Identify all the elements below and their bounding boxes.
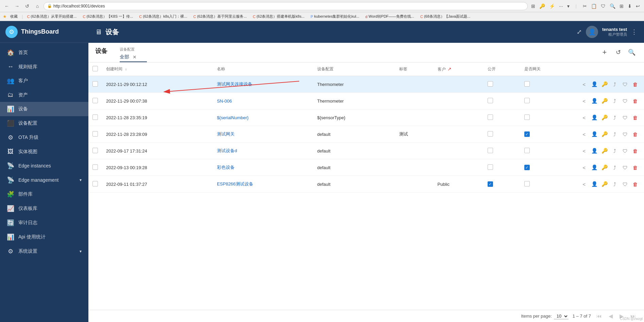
shield-icon[interactable]: 🛡 bbox=[599, 3, 607, 9]
select-all-checkbox[interactable] bbox=[92, 66, 98, 71]
per-page-dropdown[interactable]: 10 25 50 bbox=[554, 313, 569, 319]
share-button[interactable]: < bbox=[579, 146, 589, 156]
bookmark-7[interactable]: C (68条消息）【Java面试题... bbox=[418, 13, 473, 20]
sidebar-item-widgets[interactable]: 🧩 部件库 bbox=[0, 187, 88, 201]
filter-close-button[interactable]: ✕ bbox=[133, 54, 137, 60]
assign-customer-button[interactable]: 👤 bbox=[590, 163, 599, 172]
prev-page-button[interactable]: ◀ bbox=[607, 313, 614, 319]
gateway-checkbox[interactable] bbox=[524, 98, 530, 103]
public-checkbox[interactable]: ✓ bbox=[488, 181, 493, 187]
manage-credentials-button[interactable]: 🔑 bbox=[600, 129, 609, 139]
bookmark-0[interactable]: C (62条消息）从零开始搭建... bbox=[24, 13, 79, 20]
sidebar-item-rules[interactable]: ↔ 规则链库 bbox=[0, 60, 88, 74]
flash-icon[interactable]: ⚡ bbox=[548, 3, 556, 9]
download-icon[interactable]: ⬇ bbox=[626, 3, 633, 9]
sidebar-item-home[interactable]: 🏠 首页 bbox=[0, 46, 88, 60]
copy-button[interactable]: ⤴ bbox=[610, 96, 620, 106]
row-name[interactable]: 彩色设备 bbox=[213, 159, 313, 176]
manage-credentials-button[interactable]: 🔑 bbox=[600, 113, 609, 122]
bookmark-6[interactable]: d Word转PDF——免费在线... bbox=[363, 13, 417, 20]
delete-button[interactable]: 🗑 bbox=[630, 146, 640, 156]
delete-button[interactable]: 🗑 bbox=[630, 96, 640, 106]
delete-button[interactable]: 🗑 bbox=[630, 179, 640, 189]
header-name[interactable]: 名称 bbox=[213, 62, 313, 76]
copy-button[interactable]: ⤴ bbox=[610, 146, 620, 156]
share-button[interactable]: < bbox=[579, 113, 589, 122]
row-name[interactable]: ESP8266测试设备 bbox=[213, 176, 313, 193]
sidebar-item-settings[interactable]: ⚙ 系统设置 ▾ bbox=[0, 244, 88, 258]
public-checkbox[interactable] bbox=[488, 131, 493, 137]
share-button[interactable]: < bbox=[579, 163, 589, 172]
gateway-checkbox[interactable] bbox=[524, 148, 530, 153]
sidebar-item-devices[interactable]: 📊 设备 bbox=[0, 102, 88, 116]
sidebar-item-audit[interactable]: 🔄 审计日志 bbox=[0, 216, 88, 230]
apps-icon[interactable]: ⊞ bbox=[618, 3, 625, 9]
copy-button[interactable]: ⤴ bbox=[610, 129, 620, 139]
sidebar-item-dashboards[interactable]: 📈 仪表板库 bbox=[0, 201, 88, 216]
sidebar-item-edge-management[interactable]: 📡 Edge management ▾ bbox=[0, 173, 88, 187]
back-button[interactable]: ← bbox=[3, 2, 11, 10]
key-icon[interactable]: 🔑 bbox=[538, 3, 546, 9]
assign-customer-button[interactable]: 👤 bbox=[590, 113, 599, 122]
make-public-button[interactable]: 🛡 bbox=[620, 146, 630, 156]
row-name[interactable]: 测试设备d bbox=[213, 143, 313, 159]
make-public-button[interactable]: 🛡 bbox=[620, 179, 630, 189]
copy-button[interactable]: ⤴ bbox=[610, 163, 620, 172]
bookmark-4[interactable]: C (62条消息）搭建单机版k8s... bbox=[250, 13, 307, 20]
public-checkbox[interactable] bbox=[488, 164, 493, 170]
manage-credentials-button[interactable]: 🔑 bbox=[600, 79, 609, 89]
assign-customer-button[interactable]: 👤 bbox=[590, 129, 599, 139]
assign-customer-button[interactable]: 👤 bbox=[590, 179, 599, 189]
copy-button[interactable]: ⤴ bbox=[610, 179, 620, 189]
manage-credentials-button[interactable]: 🔑 bbox=[600, 146, 609, 156]
manage-credentials-button[interactable]: 🔑 bbox=[600, 163, 609, 172]
copy-button[interactable]: ⤴ bbox=[610, 113, 620, 122]
public-checkbox[interactable] bbox=[488, 98, 493, 103]
gateway-checkbox[interactable] bbox=[524, 181, 530, 186]
sidebar-item-ota[interactable]: ⚙ OTA 升级 bbox=[0, 130, 88, 145]
share-button[interactable]: < bbox=[579, 179, 589, 189]
manage-credentials-button[interactable]: 🔑 bbox=[600, 179, 609, 189]
more-browser-icon[interactable]: ··· bbox=[558, 3, 564, 9]
row-checkbox[interactable] bbox=[92, 181, 98, 186]
delete-button[interactable]: 🗑 bbox=[630, 113, 640, 122]
sidebar-item-customers[interactable]: 👥 客户 bbox=[0, 74, 88, 88]
assign-customer-button[interactable]: 👤 bbox=[590, 146, 599, 156]
search-table-button[interactable]: 🔍 bbox=[626, 47, 637, 58]
sidebar-item-api-stats[interactable]: 📊 Api 使用统计 bbox=[0, 230, 88, 244]
delete-button[interactable]: 🗑 bbox=[630, 163, 640, 172]
make-public-button[interactable]: 🛡 bbox=[620, 79, 630, 89]
header-public[interactable]: 公开 bbox=[484, 62, 520, 76]
forward-button[interactable]: → bbox=[13, 2, 21, 10]
more-menu-button[interactable]: ⋮ bbox=[631, 28, 637, 36]
header-device-profile[interactable]: 设备配置 bbox=[313, 62, 395, 76]
copy-icon[interactable]: 📋 bbox=[590, 3, 598, 9]
sidebar-item-device-profiles[interactable]: ⬛ 设备配置 bbox=[0, 116, 88, 130]
assign-customer-button[interactable]: 👤 bbox=[590, 79, 599, 89]
gateway-checkbox[interactable]: ✓ bbox=[524, 165, 530, 170]
make-public-button[interactable]: 🛡 bbox=[620, 129, 630, 139]
row-name[interactable]: 测试网关连接设备 bbox=[213, 76, 313, 93]
bookmark-3[interactable]: C (62条消息）基于阿里云服务... bbox=[190, 13, 249, 20]
header-label[interactable]: 标签 bbox=[395, 62, 434, 76]
refresh-button[interactable]: ↺ bbox=[23, 2, 31, 10]
row-name[interactable]: SN-006 bbox=[213, 93, 313, 109]
share-button[interactable]: < bbox=[579, 129, 589, 139]
sidebar-item-entity-view[interactable]: 🖼 实体视图 bbox=[0, 145, 88, 159]
public-checkbox[interactable] bbox=[488, 148, 493, 153]
device-profile-filter-chip[interactable]: 全部 ✕ bbox=[120, 53, 147, 62]
share-button[interactable]: < bbox=[579, 96, 589, 106]
chevron-down-icon[interactable]: ▾ bbox=[566, 3, 571, 9]
delete-button[interactable]: 🗑 bbox=[630, 129, 640, 139]
translate-icon[interactable]: ⊞ bbox=[530, 3, 537, 9]
gateway-checkbox[interactable]: ✓ bbox=[524, 131, 530, 137]
address-bar[interactable]: 🔒 http://localhost:9001/devices bbox=[44, 2, 528, 10]
bookmark-5[interactable]: P kubernetes集群初始化kul... bbox=[308, 13, 362, 20]
public-checkbox[interactable] bbox=[488, 114, 493, 120]
manage-credentials-button[interactable]: 🔑 bbox=[600, 96, 609, 106]
gateway-checkbox[interactable] bbox=[524, 114, 530, 120]
make-public-button[interactable]: 🛡 bbox=[620, 113, 630, 122]
row-checkbox[interactable] bbox=[92, 164, 98, 170]
add-device-button[interactable]: + bbox=[599, 47, 610, 58]
first-page-button[interactable]: ⏮ bbox=[595, 313, 603, 319]
